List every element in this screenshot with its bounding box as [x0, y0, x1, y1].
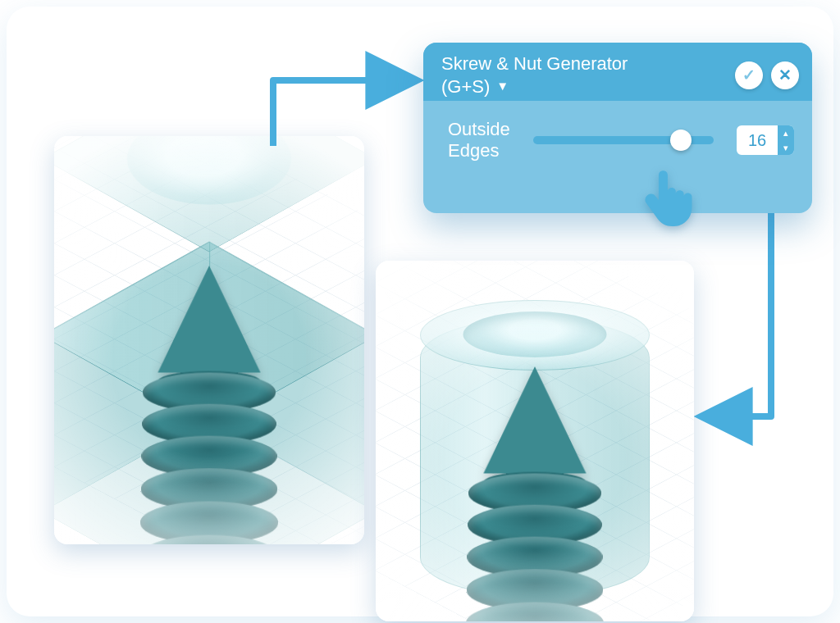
slider-knob[interactable]: [670, 130, 692, 151]
close-button[interactable]: ✕: [771, 61, 799, 89]
panel-dropdown-icon[interactable]: ▼: [496, 79, 509, 94]
parameter-panel: Skrew & Nut Generator (G+S) ▼ ✓ ✕ Outsid…: [423, 43, 812, 213]
check-icon: ✓: [742, 66, 756, 84]
panel-title: Skrew & Nut Generator: [441, 52, 628, 75]
pointer-hand-icon: [640, 165, 697, 230]
panel-shortcut: (G+S): [441, 75, 490, 98]
edges-stepper[interactable]: 16 ▴ ▾: [737, 125, 794, 155]
stepper-down-icon[interactable]: ▾: [778, 140, 794, 155]
stepper-up-icon[interactable]: ▴: [778, 125, 794, 140]
close-icon: ✕: [778, 66, 792, 84]
flow-arrow-to-panel: [253, 64, 433, 154]
app-canvas: Skrew & Nut Generator (G+S) ▼ ✓ ✕ Outsid…: [7, 7, 833, 616]
param-label: Edges: [448, 140, 510, 161]
edges-slider[interactable]: [533, 136, 714, 144]
viewport-after[interactable]: [376, 261, 694, 621]
viewport-before[interactable]: [54, 136, 364, 544]
confirm-button[interactable]: ✓: [735, 61, 763, 89]
param-label: Outside: [448, 119, 510, 140]
edges-value: 16: [737, 125, 778, 155]
flow-arrow-to-result: [696, 211, 827, 449]
